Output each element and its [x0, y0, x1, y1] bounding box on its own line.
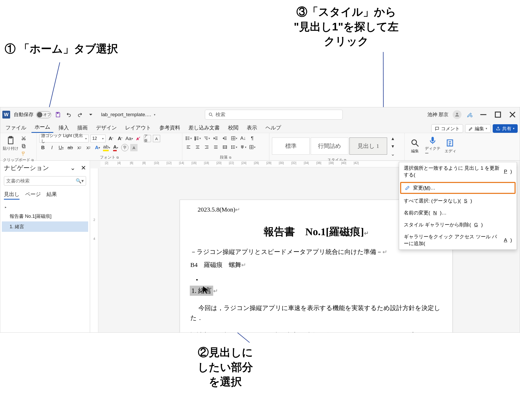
superscript-icon[interactable]: x2 — [85, 144, 92, 151]
bold-icon[interactable]: B — [39, 144, 47, 151]
styles-expand-icon[interactable]: ⌄ — [389, 150, 396, 158]
format-painter-icon[interactable] — [20, 150, 27, 158]
cut-icon[interactable] — [20, 135, 27, 142]
paragraph-group-label: 段落 ⧉ — [185, 155, 266, 160]
shrink-font-icon[interactable]: A˅ — [116, 135, 124, 142]
highlight-icon[interactable]: ab▾ — [103, 144, 110, 151]
font-name-select[interactable]: 游ゴシック Light (見出し▾ — [39, 135, 89, 142]
font-color-icon[interactable]: A▾ — [112, 144, 119, 151]
phonetic-guide-icon[interactable]: ア亜 — [144, 135, 151, 142]
character-border-icon[interactable]: A — [153, 135, 160, 142]
increase-indent-icon[interactable] — [221, 135, 229, 142]
autosave-toggle[interactable]: オフ — [36, 111, 51, 118]
grow-font-icon[interactable]: A˄ — [107, 135, 115, 142]
nav-tab-pages[interactable]: ページ — [25, 191, 41, 200]
tab-home[interactable]: ホーム — [31, 121, 53, 133]
clear-format-icon[interactable]: A — [135, 135, 142, 142]
change-case-icon[interactable]: Aa▾ — [126, 135, 133, 142]
tab-file[interactable]: ファイル — [2, 122, 29, 133]
subscript-icon[interactable]: x2 — [76, 144, 83, 151]
undo-icon[interactable] — [65, 110, 73, 119]
show-marks-icon[interactable]: ¶ — [249, 135, 256, 142]
align-right-icon[interactable] — [203, 143, 210, 151]
nav-blank-row[interactable]: ▸ — [2, 203, 88, 211]
align-center-icon[interactable] — [194, 143, 201, 151]
paste-button[interactable]: 貼り付け — [3, 135, 18, 158]
search-input[interactable]: 検索 — [205, 110, 343, 120]
save-icon[interactable] — [54, 110, 62, 119]
group-paragraph: ▾ 123▾ ▾ ▾ A↓ ¶ ▾ ▾ ▾ 段落 ⧉ — [182, 133, 269, 160]
qat-dropdown-icon[interactable] — [87, 110, 95, 119]
ctx-add-to-qat[interactable]: ギャラリーをクイック アクセス ツール バーに追加(A) — [399, 231, 517, 250]
pen-sync-icon[interactable] — [466, 110, 474, 119]
shading-icon[interactable]: ▾ — [239, 143, 247, 151]
strikethrough-icon[interactable]: ab — [67, 144, 74, 151]
redo-icon[interactable] — [76, 110, 84, 119]
borders-icon[interactable]: ▾ — [249, 143, 256, 151]
asian-layout-icon[interactable]: ▾ — [230, 135, 238, 142]
document-filename[interactable]: lab_report_template.… — [101, 112, 151, 117]
character-shading-icon[interactable]: A — [130, 144, 138, 151]
tab-references[interactable]: 参考資料 — [156, 122, 183, 133]
distribute-icon[interactable] — [221, 143, 229, 151]
decrease-indent-icon[interactable] — [212, 135, 219, 142]
nav-search-input[interactable]: 文書の検索 🔍▾ — [4, 176, 86, 186]
editing-button[interactable]: 編集 — [407, 137, 423, 154]
copy-icon[interactable] — [20, 142, 27, 150]
svg-rect-22 — [22, 144, 24, 147]
tab-insert[interactable]: 挿入 — [55, 122, 72, 133]
tab-layout[interactable]: レイアウト — [122, 122, 154, 133]
nav-item-report[interactable]: 報告書 No.1[羅磁痕] — [2, 211, 88, 221]
align-left-icon[interactable] — [185, 143, 192, 151]
vertical-ruler: 2 4 — [90, 168, 98, 332]
minimize-button[interactable] — [478, 109, 489, 120]
dictate-button[interactable]: ディクテー — [425, 135, 440, 156]
filename-caret-icon[interactable]: ▾ — [154, 113, 155, 116]
ctx-update-to-match[interactable]: 選択個所と一致するように 見出し 1 を更新する(P) — [399, 162, 517, 181]
tab-draw[interactable]: 描画 — [74, 122, 91, 133]
doc-date: 2023.5.8(Mon) — [198, 206, 235, 213]
nav-close-icon[interactable]: ✕ — [81, 164, 86, 171]
autosave-label: 自動保存 — [14, 111, 34, 118]
maximize-button[interactable] — [493, 109, 503, 120]
multilevel-list-icon[interactable]: ▾ — [203, 135, 210, 142]
tab-review[interactable]: 校閲 — [225, 122, 242, 133]
bullets-icon[interactable]: ▾ — [185, 135, 192, 142]
sort-icon[interactable]: A↓ — [239, 135, 247, 142]
styles-scroll-up-icon[interactable]: ▴ — [389, 135, 396, 142]
comments-button[interactable]: コメント — [431, 124, 463, 133]
tab-design[interactable]: デザイン — [93, 122, 120, 133]
enclose-char-icon[interactable]: 字 — [121, 144, 128, 151]
style-nospacing[interactable]: 行間詰め — [311, 137, 348, 155]
nav-tab-results[interactable]: 結果 — [47, 191, 57, 200]
ctx-rename[interactable]: 名前の変更(N)… — [399, 207, 517, 219]
underline-icon[interactable]: U▾ — [57, 144, 65, 151]
nav-item-intro[interactable]: 1. 緒言 — [2, 221, 88, 232]
doc-heading1-selected[interactable]: 1. 緒言 — [190, 286, 213, 296]
numbering-icon[interactable]: 123▾ — [194, 135, 201, 142]
pencil-icon — [469, 126, 473, 131]
nav-collapse-icon[interactable]: ⌄ — [70, 164, 75, 171]
editor-icon — [446, 138, 455, 148]
share-button[interactable]: 共有 ▾ — [493, 124, 518, 133]
style-heading1[interactable]: 見出し 1 — [349, 137, 387, 155]
ctx-remove-from-gallery[interactable]: スタイル ギャラリーから削除(G) — [399, 219, 517, 231]
svg-rect-8 — [57, 113, 58, 114]
editor-button[interactable]: エディ — [443, 137, 458, 154]
line-spacing-icon[interactable]: ▾ — [230, 143, 238, 151]
ctx-modify[interactable]: 変更(M)… — [400, 182, 516, 194]
avatar[interactable] — [453, 110, 462, 119]
nav-tab-headings[interactable]: 見出し — [4, 191, 20, 200]
tab-view[interactable]: 表示 — [244, 122, 260, 133]
font-size-select[interactable]: 12▾ — [90, 135, 106, 142]
styles-scroll-down-icon[interactable]: ▾ — [389, 142, 396, 150]
close-button[interactable] — [507, 109, 518, 120]
editing-mode-button[interactable]: 編集 ▾ — [465, 124, 491, 133]
tab-mailings[interactable]: 差し込み文書 — [185, 122, 223, 133]
style-normal[interactable]: 標準 — [272, 137, 310, 155]
tab-help[interactable]: ヘルプ — [262, 122, 284, 133]
text-effects-icon[interactable]: A▾ — [94, 144, 101, 151]
ctx-select-all[interactable]: すべて選択: (データなし)(S) — [399, 195, 517, 207]
justify-icon[interactable] — [212, 143, 219, 151]
italic-icon[interactable]: I — [48, 144, 56, 151]
